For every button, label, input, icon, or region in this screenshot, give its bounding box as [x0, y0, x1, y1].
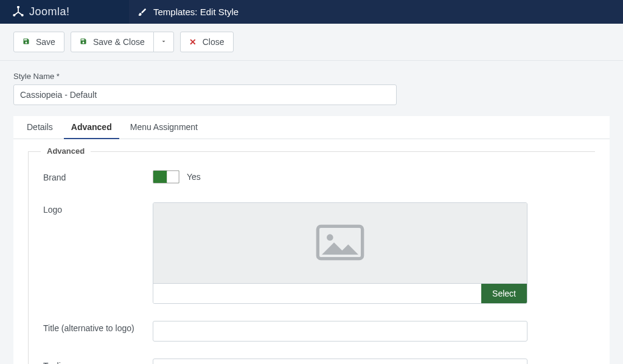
style-name-input[interactable]	[13, 84, 397, 105]
save-icon	[80, 37, 87, 47]
close-icon: ✕	[189, 37, 197, 47]
logo-preview[interactable]	[153, 203, 527, 283]
svg-point-0	[18, 6, 19, 8]
title-field-label: Title (alternative to logo)	[43, 321, 153, 333]
toggle-knob	[167, 171, 179, 183]
tab-advanced[interactable]: Advanced	[64, 116, 119, 139]
svg-point-1	[13, 14, 15, 16]
logo-media-picker: Select	[153, 202, 527, 304]
save-dropdown-button[interactable]	[153, 32, 174, 52]
toolbar: Save Save & Close ✕ Close	[0, 24, 623, 61]
logo-field-label: Logo	[43, 202, 153, 215]
style-name-label: Style Name *	[13, 72, 610, 81]
logo-path-input[interactable]	[153, 284, 481, 303]
brand-toggle-value: Yes	[187, 172, 201, 182]
fieldset-legend: Advanced	[41, 146, 91, 156]
page-title-bar: Templates: Edit Style	[129, 0, 238, 24]
close-button[interactable]: ✕ Close	[180, 32, 234, 52]
title-input[interactable]	[153, 321, 527, 342]
image-placeholder-icon	[316, 224, 364, 263]
chevron-down-icon	[160, 37, 167, 47]
save-close-button-label: Save & Close	[93, 37, 145, 47]
svg-point-4	[327, 234, 333, 241]
brand-toggle[interactable]	[153, 170, 179, 184]
close-button-label: Close	[203, 37, 224, 47]
logo-select-button[interactable]: Select	[481, 284, 527, 303]
page-title: Templates: Edit Style	[153, 7, 238, 17]
svg-point-2	[21, 14, 23, 16]
save-button-label: Save	[36, 37, 55, 47]
brush-icon	[137, 7, 147, 17]
tagline-input[interactable]	[153, 359, 527, 364]
tab-menu-assignment[interactable]: Menu Assignment	[123, 116, 205, 139]
advanced-fieldset: Advanced Brand Yes Logo	[28, 151, 595, 364]
joomla-logo-icon	[12, 6, 24, 18]
tab-details[interactable]: Details	[19, 116, 60, 139]
save-close-button[interactable]: Save & Close	[71, 32, 154, 52]
save-icon	[23, 37, 30, 47]
brand-name: Joomla!	[29, 5, 70, 18]
tagline-field-label: Tagline	[43, 359, 153, 364]
save-button[interactable]: Save	[13, 32, 64, 52]
brand-field-label: Brand	[43, 170, 153, 182]
brand-section: Joomla!	[0, 0, 129, 24]
tabs: Details Advanced Menu Assignment	[13, 116, 610, 139]
